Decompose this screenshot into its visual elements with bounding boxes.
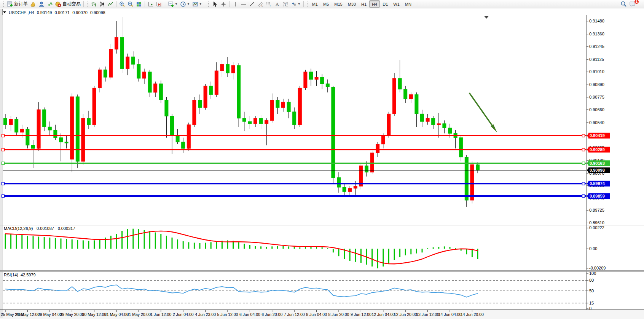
toolbar-grip[interactable] bbox=[86, 1, 88, 7]
time-axis-label: 8 Jun 20:00 bbox=[328, 312, 349, 317]
candlestick-chart-button[interactable] bbox=[98, 0, 106, 8]
equidistant-channel-icon: E bbox=[257, 1, 263, 7]
hline-handle[interactable] bbox=[582, 195, 585, 197]
timeframe-button-m30[interactable]: M30 bbox=[345, 0, 359, 8]
template-icon bbox=[192, 1, 198, 7]
price-tag-0.90098: 0.90098 bbox=[587, 167, 610, 173]
chat-button[interactable]: 1 bbox=[628, 0, 637, 8]
toolbar-separator bbox=[83, 1, 84, 7]
candle bbox=[92, 86, 96, 127]
time-axis-label: 29 May 04:00 bbox=[38, 312, 62, 317]
timeframe-button-d1[interactable]: D1 bbox=[380, 0, 391, 8]
vertical-line-button[interactable] bbox=[231, 0, 239, 8]
crosshair-button[interactable] bbox=[219, 0, 228, 8]
candle bbox=[193, 97, 196, 127]
search-button[interactable] bbox=[619, 0, 628, 8]
price-axis-tick: 0.89725 bbox=[589, 208, 604, 212]
hline-handle[interactable] bbox=[2, 195, 5, 197]
text-icon: A bbox=[274, 1, 280, 7]
tile-windows-button[interactable] bbox=[135, 0, 143, 8]
price-axis-tick: 0.89610 bbox=[589, 220, 604, 225]
rsi-axis-tick: 80 bbox=[589, 278, 594, 282]
time-axis-label: 29 May 20:00 bbox=[60, 312, 84, 317]
hline-handle[interactable] bbox=[2, 182, 5, 185]
hline-handle[interactable] bbox=[582, 162, 585, 164]
text-button[interactable]: A bbox=[273, 0, 281, 8]
timeframe-button-m5[interactable]: M5 bbox=[320, 0, 332, 8]
price-axis-tick: 0.91480 bbox=[589, 19, 604, 23]
hline-handle[interactable] bbox=[582, 148, 585, 151]
zoom-out-icon bbox=[128, 1, 134, 7]
hline-handle[interactable] bbox=[2, 162, 5, 164]
tile-windows-icon bbox=[136, 1, 142, 7]
line-chart-button[interactable] bbox=[106, 0, 115, 8]
candle bbox=[81, 114, 85, 164]
timeframe-button-mn[interactable]: MN bbox=[402, 0, 414, 8]
new-order-button[interactable]: 新订单 bbox=[6, 0, 29, 8]
notification-badge: 1 bbox=[634, 0, 639, 4]
arrows-icon bbox=[291, 1, 297, 7]
timeframe-button-w1[interactable]: W1 bbox=[391, 0, 402, 8]
horizontal-line-button[interactable] bbox=[239, 0, 248, 8]
auto-scroll-button[interactable] bbox=[147, 0, 155, 8]
timeframe-button-h1[interactable]: H1 bbox=[359, 0, 369, 8]
hline-handle[interactable] bbox=[582, 134, 585, 137]
chart-wizard-button[interactable] bbox=[29, 0, 37, 8]
new-chart-button[interactable]: ▼ bbox=[167, 0, 179, 8]
period-clock-button[interactable]: ▼ bbox=[179, 0, 191, 8]
vertical-line-icon bbox=[232, 1, 238, 7]
timeframe-button-m15[interactable]: M15 bbox=[332, 0, 345, 8]
arrows-button[interactable]: ▼ bbox=[290, 0, 302, 8]
fibonacci-button[interactable]: F bbox=[265, 0, 273, 8]
macd-signal-value: -0.000317 bbox=[56, 226, 75, 231]
profile-button[interactable] bbox=[37, 0, 46, 8]
toolbar-separator bbox=[116, 1, 116, 7]
toolbar-grip[interactable] bbox=[208, 1, 210, 7]
time-axis-label: 31 May 04:00 bbox=[104, 312, 129, 317]
template-button[interactable]: ▼ bbox=[191, 0, 203, 8]
signal-icon bbox=[47, 1, 53, 7]
toolbar: 新订单 自动交易 bbox=[0, 0, 644, 8]
toolbar-separator bbox=[303, 1, 304, 7]
rsi-current-value: 42.5979 bbox=[21, 273, 36, 277]
hline-handle[interactable] bbox=[582, 182, 585, 185]
zoom-in-button[interactable] bbox=[118, 0, 126, 8]
chart-high-value: 0.90171 bbox=[54, 10, 70, 15]
svg-text:0.90163: 0.90163 bbox=[590, 161, 605, 166]
autotrading-button[interactable]: 自动交易 bbox=[54, 0, 82, 8]
new-chart-icon bbox=[168, 1, 174, 7]
toolbar-grip[interactable] bbox=[306, 1, 308, 7]
candle bbox=[370, 151, 374, 174]
signal-button[interactable] bbox=[46, 0, 54, 8]
hline-handle[interactable] bbox=[2, 148, 5, 151]
svg-text:0.89974: 0.89974 bbox=[590, 181, 605, 186]
time-axis-label: 6 Jun 20:00 bbox=[261, 312, 282, 317]
zoom-out-button[interactable] bbox=[126, 0, 135, 8]
price-axis-tick: 0.90540 bbox=[589, 120, 604, 125]
chart-shift-button[interactable] bbox=[155, 0, 163, 8]
price-axis-tick: 0.91360 bbox=[589, 32, 604, 36]
trendline-button[interactable] bbox=[248, 0, 256, 8]
svg-text:0.89859: 0.89859 bbox=[590, 194, 605, 198]
toolbar-separator bbox=[165, 1, 165, 7]
rsi-axis-tick: 50 bbox=[589, 289, 594, 293]
price-tag-0.89974: 0.89974 bbox=[587, 181, 610, 187]
hline-handle[interactable] bbox=[2, 134, 5, 137]
timeframe-button-m1[interactable]: M1 bbox=[309, 0, 320, 8]
bar-chart-button[interactable] bbox=[89, 0, 98, 8]
price-axis-tick: 0.90775 bbox=[589, 95, 604, 99]
timeframe-button-h4[interactable]: H4 bbox=[369, 0, 380, 8]
cursor-button[interactable] bbox=[211, 0, 219, 8]
chart-open-value: 0.90149 bbox=[37, 10, 52, 15]
price-tag-0.90163: 0.90163 bbox=[587, 160, 610, 166]
chevron-down-icon[interactable] bbox=[3, 11, 6, 13]
price-tag-0.90419: 0.90419 bbox=[587, 133, 610, 139]
toolbar-grip[interactable] bbox=[3, 1, 5, 7]
candle bbox=[109, 44, 113, 79]
dropdown-caret: ▼ bbox=[298, 2, 301, 6]
candle bbox=[159, 81, 163, 103]
price-axis-tick: 0.90660 bbox=[589, 107, 604, 112]
equidistant-channel-button[interactable]: E bbox=[256, 0, 265, 8]
text-label-button[interactable]: T bbox=[281, 0, 290, 8]
price-axis-tick: 0.91125 bbox=[589, 57, 604, 62]
